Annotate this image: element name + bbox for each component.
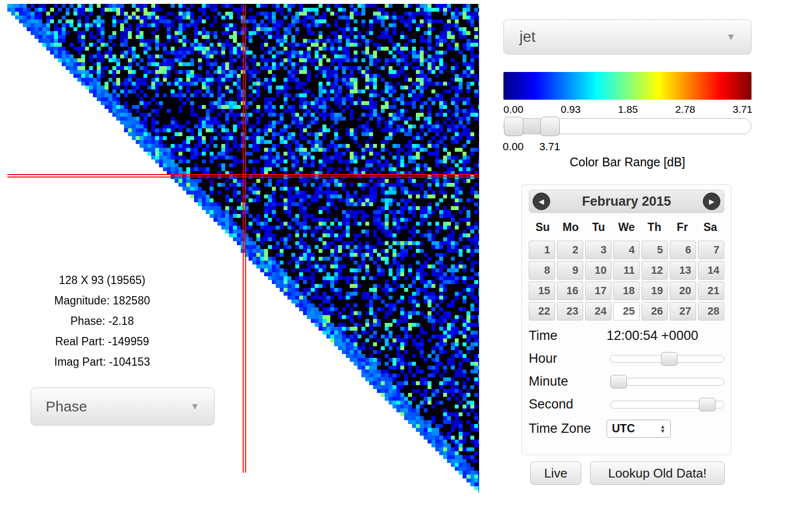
colorbar-tick: 3.71 [733, 104, 752, 115]
crosshair-vertical-line [245, 5, 246, 473]
colorbar-tick: 2.78 [675, 104, 695, 115]
colorbar-tick: 0.93 [561, 104, 581, 115]
spinner-arrows-icon: ▲ ▼ [660, 425, 665, 433]
minute-slider[interactable] [610, 378, 724, 386]
calendar-dow-th: Th [641, 221, 668, 234]
calendar-day-19[interactable]: 19 [642, 282, 668, 300]
colorbar-gradient [503, 72, 751, 100]
colorbar-tick: 0.00 [503, 104, 523, 115]
live-button[interactable]: Live [530, 461, 581, 485]
time-value: 12:00:54 +0000 [607, 328, 698, 343]
calendar-month-title: February 2015 [582, 194, 671, 209]
readout-phase: Phase: -2.18 [5, 315, 199, 328]
calendar-dow-mo: Mo [556, 221, 584, 234]
chevron-down-icon: ▼ [726, 32, 735, 42]
calendar-day-headers: SuMoTuWeThFrSa [529, 221, 724, 234]
calendar-day-6[interactable]: 6 [670, 241, 696, 259]
calendar-day-14[interactable]: 14 [698, 261, 724, 280]
calendar-next-button[interactable]: ▶ [703, 193, 720, 210]
readout-dimensions: 128 X 93 (19565) [5, 274, 199, 287]
crosshair-vertical-line [243, 5, 244, 473]
calendar-day-22[interactable]: 22 [529, 302, 555, 320]
crosshair-horizontal-line [7, 177, 479, 177]
calendar-day-28[interactable]: 28 [698, 302, 724, 320]
datetime-picker: ◀ February 2015 ▶ SuMoTuWeThFrSa 1234567… [521, 184, 732, 455]
colormap-value: jet [519, 28, 536, 46]
timezone-select[interactable]: UTC ▲ ▼ [607, 420, 671, 438]
second-row: Second [529, 397, 724, 412]
timezone-row: Time Zone UTC ▲ ▼ [529, 420, 724, 438]
calendar-day-4[interactable]: 4 [613, 241, 640, 259]
calendar-day-10[interactable]: 10 [585, 261, 611, 280]
calendar-day-24[interactable]: 24 [585, 302, 611, 320]
readout-real-part: Real Part: -149959 [5, 335, 199, 348]
minute-row: Minute [529, 374, 724, 389]
calendar-day-16[interactable]: 16 [557, 282, 583, 300]
calendar-day-27[interactable]: 27 [670, 302, 696, 320]
range-handle-min[interactable] [504, 117, 523, 136]
calendar-day-1[interactable]: 1 [529, 241, 555, 259]
readout-magnitude: Magnitude: 182580 [5, 294, 199, 307]
second-label: Second [529, 397, 607, 412]
calendar-day-20[interactable]: 20 [670, 282, 696, 300]
calendar-day-5[interactable]: 5 [642, 241, 668, 259]
calendar-day-25[interactable]: 25 [613, 302, 640, 320]
minute-slider-handle[interactable] [610, 375, 627, 389]
hour-label: Hour [529, 351, 607, 366]
display-mode-value: Phase [46, 398, 87, 415]
calendar-grid: 1234567891011121314151617181920212223242… [529, 241, 724, 320]
calendar-prev-button[interactable]: ◀ [533, 193, 550, 210]
calendar-day-9[interactable]: 9 [557, 261, 583, 280]
calendar-day-2[interactable]: 2 [557, 241, 583, 259]
calendar-day-17[interactable]: 17 [585, 282, 611, 300]
calendar-day-8[interactable]: 8 [529, 261, 555, 280]
time-label: Time [529, 328, 607, 343]
range-value-labels: 0.003.71 [503, 141, 751, 153]
hour-slider[interactable] [610, 355, 724, 363]
second-slider-handle[interactable] [699, 398, 716, 411]
chevron-down-icon: ▼ [190, 401, 199, 412]
range-value-label: 3.71 [539, 141, 560, 153]
calendar-day-23[interactable]: 23 [557, 302, 583, 320]
calendar-day-21[interactable]: 21 [698, 282, 724, 300]
timezone-label: Time Zone [529, 421, 607, 436]
range-value-label: 0.00 [503, 141, 524, 153]
readout-imag-part: Imag Part: -104153 [5, 355, 199, 369]
app-root: 128 X 93 (19565) Magnitude: 182580 Phase… [0, 0, 805, 532]
calendar-dow-sa: Sa [697, 221, 724, 234]
colorbar-ticks: 0.000.931.852.783.71 [503, 104, 752, 115]
hour-slider-handle[interactable] [661, 352, 678, 366]
second-slider[interactable] [610, 401, 724, 408]
calendar-day-15[interactable]: 15 [529, 282, 555, 300]
calendar-day-12[interactable]: 12 [642, 261, 668, 280]
calendar-day-26[interactable]: 26 [642, 302, 668, 320]
minute-label: Minute [529, 374, 607, 389]
calendar-day-7[interactable]: 7 [698, 241, 724, 259]
time-row: Time 12:00:54 +0000 [529, 328, 724, 343]
calendar-header: ◀ February 2015 ▶ [529, 190, 724, 213]
crosshair-horizontal-line [7, 174, 479, 175]
pixel-readout: 128 X 93 (19565) Magnitude: 182580 Phase… [5, 274, 199, 376]
range-handle-max[interactable] [540, 117, 560, 136]
display-mode-select[interactable]: Phase ▼ [31, 388, 215, 426]
timezone-value: UTC [612, 422, 635, 435]
calendar-day-13[interactable]: 13 [670, 261, 696, 280]
calendar-dow-su: Su [529, 221, 556, 234]
calendar-dow-we: We [612, 221, 640, 234]
colorbar-tick: 1.85 [618, 104, 638, 115]
colormap-select[interactable]: jet ▼ [503, 19, 751, 54]
calendar-day-18[interactable]: 18 [613, 282, 640, 300]
calendar-dow-fr: Fr [668, 221, 696, 234]
spinner-down-icon: ▼ [660, 429, 665, 433]
lookup-old-data-button[interactable]: Lookup Old Data! [590, 461, 725, 485]
calendar-dow-tu: Tu [585, 221, 612, 234]
next-arrow-icon: ▶ [709, 198, 714, 205]
hour-row: Hour [529, 351, 724, 366]
colorbar-title: Color Bar Range [dB] [503, 155, 751, 169]
prev-arrow-icon: ◀ [539, 198, 544, 205]
calendar-day-11[interactable]: 11 [613, 261, 640, 280]
colorbar-range-slider[interactable] [503, 118, 751, 134]
calendar-day-3[interactable]: 3 [585, 241, 611, 259]
